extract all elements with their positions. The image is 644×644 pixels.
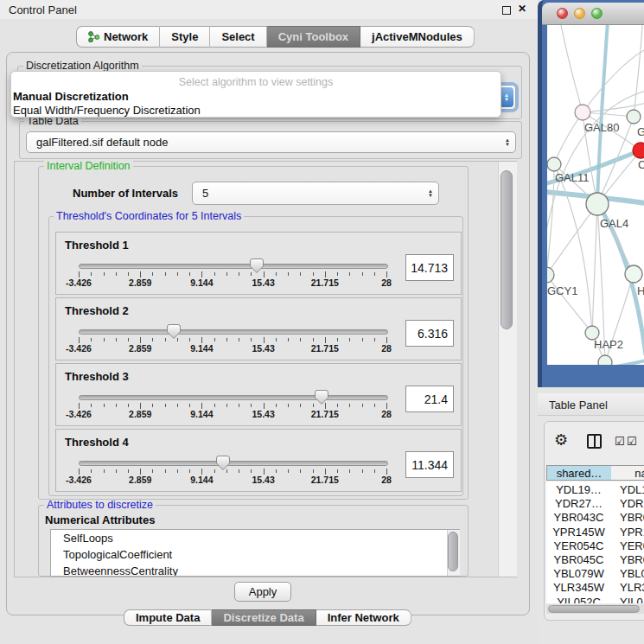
network-node-label: GAL80 [584,121,619,134]
number-of-intervals-label: Number of Intervals [73,187,178,200]
tick-label: 21.715 [299,475,351,485]
interval-definition-title: Interval Definition [44,161,133,172]
tab-network[interactable]: Network [76,26,160,48]
table-row[interactable]: YDR27…YDR2 [546,497,644,511]
threshold-value-field[interactable]: 14.713 [405,254,454,281]
table-row[interactable]: YDL19…YDL1 [546,483,644,497]
threshold-value-field[interactable]: 6.316 [405,320,454,347]
tick-label: 2.859 [114,277,166,288]
tab-label: Cyni Toolbox [278,30,348,43]
column-header-name[interactable]: na [611,465,644,481]
cell-shared-name: YIL052C [546,596,611,603]
node-table-rows[interactable]: YDL19…YDL1YDR27…YDR2YBR043CYBR0YPR145WYP… [546,481,644,603]
slider-thumb[interactable] [216,456,230,470]
threshold-value-field[interactable]: 21.4 [405,386,454,412]
cell-shared-name: YPR145W [546,526,611,539]
checkbox-icon[interactable]: ☑ [627,436,637,447]
table-row[interactable]: YBR043CYBR0 [546,511,644,525]
threshold-row-4: Threshold 4-3.4262.8599.14415.4321.71528… [55,429,462,492]
cell-name: YER0 [620,539,644,552]
slider-thumb[interactable] [250,258,264,273]
table-row[interactable]: YBL079WYBL0 [546,567,644,581]
tick-label: 21.715 [299,277,351,288]
tick-label: -3.426 [53,277,105,288]
zoom-traffic-light-icon[interactable] [591,8,603,19]
network-node[interactable] [633,143,644,158]
minimize-traffic-light-icon[interactable] [574,8,585,19]
tab-style[interactable]: Style [160,26,210,48]
vertical-scrollbar-thumb[interactable] [501,170,513,329]
slider-thumb[interactable] [167,324,181,339]
tab-jactivemnodules[interactable]: jActiveMNodules [360,26,475,48]
table-data-combobox[interactable]: galFiltered.sif default node ▲▼ [26,131,516,153]
cell-name: YIL0 [620,596,643,603]
cell-shared-name: YDR27… [546,497,611,510]
slider-thumb[interactable] [315,390,328,405]
table-row[interactable]: YPR145WYPR1 [546,526,644,539]
threshold-value-field[interactable]: 11.344 [405,451,454,478]
control-panel-tabbar: NetworkStyleSelectCyni ToolboxjActiveMNo… [76,26,475,48]
network-icon [88,31,99,42]
network-canvas[interactable]: GAL80GACGAL11GAL4GCY1HHAP2 [547,25,644,365]
network-node-label: GCY1 [547,284,577,297]
network-edge [554,112,583,164]
numerical-attributes-list[interactable]: SelfLoopsTopologicalCoefficientBetweenne… [50,529,460,577]
close-icon[interactable]: ✕ [518,3,526,15]
tick-label: 9.144 [175,409,227,419]
network-node[interactable] [625,265,642,283]
cell-name: YBR0 [620,511,644,524]
network-node[interactable] [547,157,561,171]
tab-infer-network[interactable]: Infer Network [316,609,411,626]
cell-name: YBL0 [620,567,644,580]
tick-label: 9.144 [175,343,227,354]
attribute-item[interactable]: BetweennessCentrality [51,563,459,577]
slider-track[interactable] [79,395,388,400]
table-row[interactable]: YLR345WYLR3 [546,581,644,595]
algorithm-option-equal-width-frequency-discretization[interactable]: Equal Width/Frequency Discretization [13,104,201,117]
gear-icon[interactable]: ⚙ [554,432,568,448]
network-node[interactable] [575,105,590,120]
algorithm-option-manual-discretization[interactable]: Manual Discretization [13,90,129,103]
network-node-label: C [638,158,644,171]
horizontal-scrollbar[interactable] [546,604,644,614]
float-window-icon[interactable] [502,6,511,15]
attribute-item[interactable]: TopologicalCoefficient [51,546,459,563]
tick-label: 15.43 [238,343,290,354]
table-row[interactable]: YIL052CYIL0 [546,596,644,603]
slider-track[interactable] [79,461,388,466]
thresholds-group-title: Threshold's Coordinates for 5 Intervals [54,211,244,222]
tick-label: 28 [360,343,412,354]
column-layout-icon[interactable] [587,434,602,449]
table-row[interactable]: YBR045CYBR0 [546,553,644,567]
table-panel-title: Table Panel [549,399,608,411]
slider-track[interactable] [79,264,388,269]
tab-select[interactable]: Select [210,26,266,48]
slider-track[interactable] [79,329,388,335]
threshold-row-2: Threshold 2-3.4262.8599.14415.4321.71528… [55,297,462,360]
tab-impute-data[interactable]: Impute Data [124,609,212,626]
network-node[interactable] [598,355,612,365]
threshold-label: Threshold 3 [65,370,129,383]
algorithm-dropdown-popup: Select algorithm to view settings Manual… [10,71,501,118]
close-traffic-light-icon[interactable] [557,8,568,19]
network-node-label: GA [637,125,644,138]
apply-button[interactable]: Apply [234,582,291,602]
checkbox-icon[interactable]: ☑ [615,436,625,447]
threshold-label: Threshold 2 [65,304,129,317]
network-node[interactable] [586,193,609,215]
number-of-intervals-combobox[interactable]: 5 ▲▼ [192,182,439,205]
attributes-scrollbar-thumb[interactable] [448,532,458,571]
tab-discretize-data[interactable]: Discretize Data [212,609,316,626]
screenshot-root: Control Panel ✕ NetworkStyleSelectCyni T… [0,0,644,644]
tab-label: Network [104,30,148,43]
network-node[interactable] [627,110,641,124]
horizontal-scrollbar-thumb[interactable] [548,605,640,613]
tick-label: 28 [360,475,412,485]
table-row[interactable]: YER054CYER0 [546,539,644,553]
attribute-item[interactable]: SelfLoops [51,530,459,546]
tick-label: 2.859 [114,343,166,354]
network-node[interactable] [547,267,554,283]
tab-cyni-toolbox[interactable]: Cyni Toolbox [267,26,360,48]
tick-label: 15.43 [238,475,290,485]
column-header-shared-name[interactable]: shared… [546,465,612,481]
